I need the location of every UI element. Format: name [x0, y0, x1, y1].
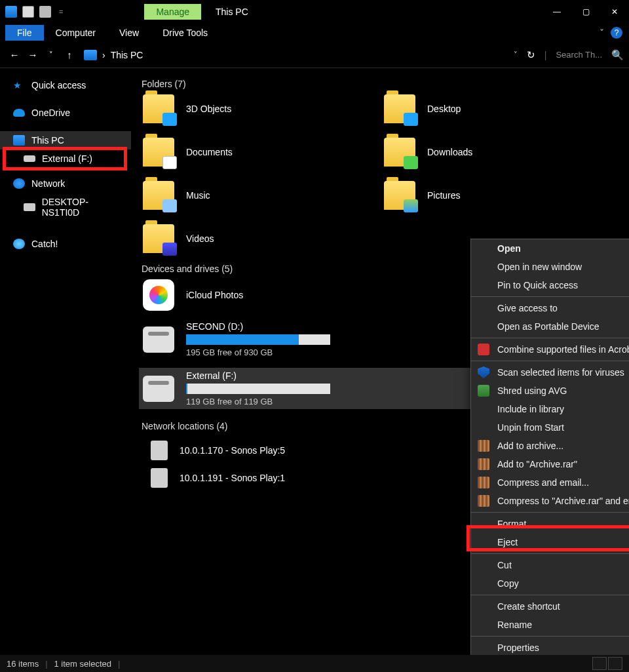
capacity-text: 195 GB free of 930 GB — [186, 347, 330, 357]
folder-icon — [143, 224, 174, 253]
ctx-separator — [471, 595, 629, 595]
navigation-pane: ★ Quick access OneDrive This PC External… — [0, 68, 131, 655]
sidebar-onedrive[interactable]: OneDrive — [0, 104, 131, 122]
refresh-icon[interactable]: ↻ — [527, 49, 535, 61]
folder-videos[interactable]: Videos — [139, 224, 380, 253]
ctx-scan-viruses[interactable]: Scan selected items for viruses — [471, 363, 629, 382]
ctx-format[interactable]: Format... — [471, 515, 629, 533]
folder-music[interactable]: Music — [139, 181, 380, 210]
ctx-add-archive-rar[interactable]: Add to "Archive.rar" — [471, 455, 629, 473]
globe-icon — [13, 239, 25, 249]
ctx-label: Add to archive... — [497, 441, 563, 451]
ctx-give-access[interactable]: Give access to› — [471, 299, 629, 317]
folder-icon — [143, 181, 174, 210]
folder-3d-objects[interactable]: 3D Objects — [139, 94, 380, 123]
content-pane: Folders (7) 3D Objects Desktop Documents… — [131, 68, 629, 655]
folder-icon — [384, 138, 415, 167]
tab-view[interactable]: View — [107, 25, 151, 41]
explorer-icon — [5, 6, 17, 18]
ctx-open-new-window[interactable]: Open in new window — [471, 258, 629, 276]
ctx-copy[interactable]: Copy — [471, 574, 629, 593]
ctx-combine-acrobat[interactable]: Combine supported files in Acrobat... — [471, 340, 629, 359]
back-button[interactable]: ← — [5, 49, 24, 60]
ctx-create-shortcut[interactable]: Create shortcut — [471, 597, 629, 616]
ctx-label: Add to "Archive.rar" — [497, 459, 577, 469]
quick-access-toolbar: = — [0, 6, 66, 18]
ctx-unpin-start[interactable]: Unpin from Start — [471, 418, 629, 437]
details-view-button[interactable] — [592, 657, 607, 670]
search-icon[interactable]: 🔍 — [611, 49, 624, 61]
close-button[interactable]: ✕ — [600, 0, 629, 24]
archive-icon — [478, 440, 489, 452]
sidebar-this-pc[interactable]: This PC — [0, 131, 131, 149]
folder-icon — [384, 181, 415, 210]
ctx-separator — [471, 296, 629, 297]
maximize-button[interactable]: ▢ — [571, 0, 600, 24]
avg-icon — [478, 385, 489, 397]
folder-pictures[interactable]: Pictures — [380, 181, 621, 210]
ctx-label: Give access to — [497, 303, 558, 313]
status-separator: | — [45, 659, 47, 669]
sidebar-quick-access[interactable]: ★ Quick access — [0, 76, 131, 94]
ctx-pin-quick-access[interactable]: Pin to Quick access — [471, 276, 629, 294]
breadcrumb-separator: › — [102, 50, 105, 60]
drive-label: iCloud Photos — [186, 290, 243, 300]
sidebar-label: Catch! — [31, 239, 58, 249]
help-icon[interactable]: ? — [611, 27, 622, 39]
icons-view-button[interactable] — [608, 657, 622, 670]
ctx-shred-avg[interactable]: Shred using AVG — [471, 382, 629, 400]
ctx-separator — [471, 636, 629, 637]
ctx-open-portable[interactable]: Open as Portable Device — [471, 317, 629, 336]
drive-label: SECOND (D:) — [186, 321, 330, 332]
ctx-separator — [471, 512, 629, 513]
sidebar-external-drive[interactable]: External (F:) — [0, 149, 131, 168]
ctx-cut[interactable]: Cut — [471, 556, 629, 574]
recent-dropdown-icon[interactable]: ˅ — [42, 50, 60, 59]
forward-button[interactable]: → — [24, 49, 42, 60]
file-tab[interactable]: File — [5, 25, 44, 41]
qat-dropdown-icon[interactable]: = — [56, 8, 66, 16]
folder-documents[interactable]: Documents — [139, 138, 380, 167]
tab-computer[interactable]: Computer — [44, 25, 107, 41]
search-input[interactable]: Search Th... — [556, 50, 602, 60]
breadcrumb[interactable]: › This PC — [84, 50, 143, 60]
ctx-label: Compress to "Archive.rar" and email — [497, 496, 629, 506]
ctx-eject[interactable]: Eject — [471, 533, 629, 551]
ctx-include-library[interactable]: Include in library› — [471, 400, 629, 418]
archive-icon — [478, 458, 489, 470]
sidebar-network[interactable]: Network — [0, 174, 131, 193]
tab-drive-tools[interactable]: Drive Tools — [151, 25, 219, 41]
ctx-properties[interactable]: Properties — [471, 639, 629, 655]
sidebar-network-pc[interactable]: DESKTOP-NS1TI0D — [0, 193, 131, 222]
ctx-open[interactable]: Open — [471, 239, 629, 258]
network-icon — [13, 178, 25, 189]
folder-desktop[interactable]: Desktop — [380, 94, 621, 123]
section-folders[interactable]: Folders (7) — [142, 79, 621, 89]
archive-icon — [478, 477, 489, 488]
window-controls: — ▢ ✕ — [543, 0, 629, 24]
contextual-tab-manage[interactable]: Manage — [144, 4, 201, 20]
ctx-rename[interactable]: Rename — [471, 616, 629, 634]
ctx-label: Include in library — [497, 404, 564, 414]
sidebar-label: Quick access — [31, 80, 86, 90]
ctx-add-archive[interactable]: Add to archive... — [471, 437, 629, 455]
ctx-separator — [471, 553, 629, 554]
minimize-button[interactable]: — — [543, 0, 571, 24]
ctx-label: Combine supported files in Acrobat... — [497, 344, 629, 355]
sidebar-label: This PC — [31, 135, 64, 146]
status-selected-count: 1 item selected — [54, 659, 111, 669]
sidebar-label: DESKTOP-NS1TI0D — [42, 197, 124, 218]
breadcrumb-location[interactable]: This PC — [111, 50, 143, 60]
address-dropdown-icon[interactable]: ˅ — [514, 50, 518, 59]
view-toggle — [592, 657, 622, 670]
qat-file-icon[interactable] — [22, 6, 34, 18]
ctx-compress-rar-email[interactable]: Compress to "Archive.rar" and email — [471, 492, 629, 510]
folder-downloads[interactable]: Downloads — [380, 138, 621, 167]
drive-label: External (F:) — [186, 370, 330, 381]
qat-properties-icon[interactable] — [39, 6, 51, 18]
ctx-compress-email[interactable]: Compress and email... — [471, 473, 629, 492]
up-button[interactable]: ↑ — [60, 49, 79, 60]
sidebar-catch[interactable]: Catch! — [0, 235, 131, 253]
ribbon-collapse-icon[interactable]: ˅ — [600, 28, 604, 38]
folder-label: Pictures — [427, 190, 461, 201]
